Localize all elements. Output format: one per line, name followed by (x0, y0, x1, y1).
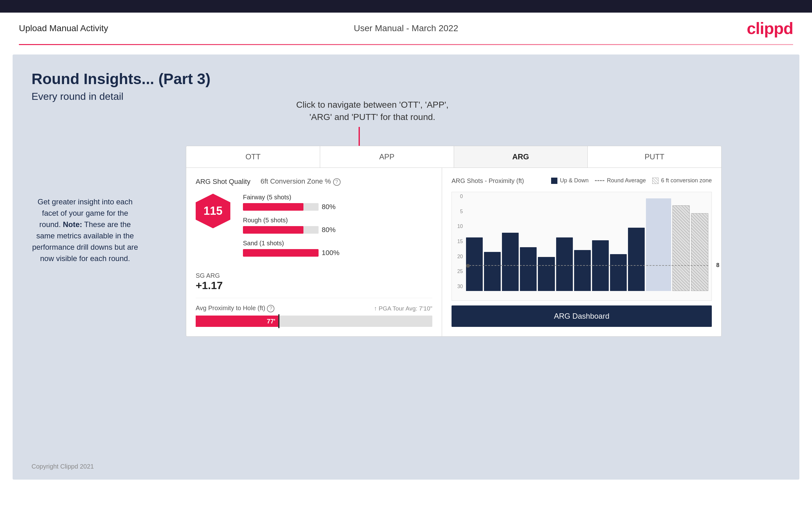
tab-app[interactable]: APP (320, 146, 454, 168)
right-panel-top: ARG Shots - Proximity (ft) Up & Down Rou… (452, 177, 712, 189)
legend-hatch-icon (652, 178, 659, 184)
bar-pct-fairway: 80% (322, 203, 336, 211)
shot-label-rough: Rough (5 shots) (243, 217, 432, 224)
sg-section: SG ARG +1.17 (196, 272, 432, 292)
y-label-30: 30 (452, 284, 463, 289)
pga-avg-label: ↑ PGA Tour Avg: 7'10" (374, 305, 432, 312)
chart-bar-10 (628, 228, 645, 291)
y-label-0: 0 (452, 194, 463, 199)
proximity-label: Avg Proximity to Hole (ft) (196, 304, 265, 312)
proximity-bar-fill: 77' (196, 316, 278, 327)
arg-dashboard-button[interactable]: ARG Dashboard (452, 305, 712, 327)
left-panel: ARG Shot Quality 6ft Conversion Zone % ?… (186, 168, 442, 336)
y-label-5: 5 (452, 209, 463, 215)
chart-y-axis: 30 25 20 15 10 5 0 (452, 192, 464, 291)
conversion-zone-label: 6ft Conversion Zone % ? (261, 177, 341, 186)
chart-area: 30 25 20 15 10 5 0 8 (452, 192, 712, 301)
sg-label: SG ARG (196, 272, 432, 279)
sidebar-text: Get greater insight into each facet of y… (32, 196, 139, 264)
legend-sq-icon (551, 178, 557, 184)
sg-value: +1.17 (196, 279, 432, 292)
dashed-line-value: 8 (716, 262, 719, 269)
chart-bar-9 (610, 254, 627, 291)
tab-putt[interactable]: PUTT (588, 146, 721, 168)
proximity-cursor (278, 314, 280, 328)
chart-bar-7 (574, 250, 591, 291)
chart-legend: Up & Down Round Average 6 ft conversion … (551, 177, 712, 184)
chart-bar-4 (520, 247, 537, 291)
proximity-section: Avg Proximity to Hole (ft) ? ↑ PGA Tour … (196, 298, 432, 327)
y-label-25: 25 (452, 269, 463, 274)
shot-quality-label: ARG Shot Quality (196, 178, 251, 186)
header-divider (19, 44, 793, 45)
shot-row-sand: Sand (1 shots) 100% (243, 240, 432, 257)
page-title: Round Insights... (Part 3) (32, 70, 780, 88)
bar-pct-rough: 80% (322, 226, 336, 234)
chart-bar-hatch-1 (672, 205, 690, 291)
legend-round-avg: Round Average (595, 177, 646, 184)
chart-bar-tall (646, 199, 671, 291)
shot-row-rough: Rough (5 shots) 80% (243, 217, 432, 234)
legend-up-down: Up & Down (551, 177, 589, 184)
chart-title: ARG Shots - Proximity (ft) (452, 177, 524, 184)
chart-bar-6 (556, 237, 573, 291)
proximity-header: Avg Proximity to Hole (ft) ? ↑ PGA Tour … (196, 304, 432, 313)
y-label-15: 15 (452, 239, 463, 244)
header: Upload Manual Activity User Manual - Mar… (0, 13, 812, 44)
bar-pct-sand: 100% (322, 249, 339, 257)
chart-bar-3 (502, 233, 519, 291)
shot-label-sand: Sand (1 shots) (243, 240, 432, 247)
help-icon[interactable]: ? (333, 178, 341, 186)
hexagon-container: 115 Fairway (5 shots) 80% (196, 194, 432, 263)
shot-label-fairway: Fairway (5 shots) (243, 194, 432, 201)
proximity-help-icon[interactable]: ? (267, 305, 274, 313)
legend-up-down-label: Up & Down (560, 177, 589, 184)
tab-ott[interactable]: OTT (186, 146, 320, 168)
top-bar (0, 0, 812, 13)
chart-bars (466, 194, 708, 291)
bar-fill-rough (243, 226, 303, 234)
panel-header-left: ARG Shot Quality 6ft Conversion Zone % ? (196, 177, 432, 186)
dashboard-widget: OTT APP ARG PUTT ARG Shot Quality 6ft Co… (186, 146, 721, 337)
document-title: User Manual - March 2022 (354, 23, 458, 34)
dashed-line: 8 (466, 265, 708, 266)
legend-conversion-label: 6 ft conversion zone (661, 177, 712, 184)
dashed-dot (466, 264, 470, 268)
chart-bar-5 (538, 257, 555, 291)
bar-track-fairway (243, 203, 318, 211)
bar-track-sand (243, 249, 318, 257)
y-label-20: 20 (452, 254, 463, 260)
shot-bars: Fairway (5 shots) 80% Rough (5 shots) (243, 194, 432, 263)
legend-conversion: 6 ft conversion zone (652, 177, 712, 184)
proximity-bar-track: 77' (196, 316, 432, 327)
proximity-value: 77' (267, 318, 275, 325)
y-label-10: 10 (452, 224, 463, 229)
footer-text: Copyright Clippd 2021 (32, 463, 94, 470)
legend-dashed-icon (595, 180, 604, 181)
bar-fill-fairway (243, 203, 303, 211)
chart-bar-hatch-2 (691, 213, 708, 291)
upload-title: Upload Manual Activity (19, 23, 108, 34)
shot-row-fairway: Fairway (5 shots) 80% (243, 194, 432, 211)
logo: clippd (747, 19, 793, 38)
right-panel: ARG Shots - Proximity (ft) Up & Down Rou… (442, 168, 721, 336)
chart-plot: 8 (466, 194, 708, 291)
sidebar-note: Note: (63, 220, 82, 229)
bar-fill-sand (243, 249, 318, 257)
widget-body: ARG Shot Quality 6ft Conversion Zone % ?… (186, 168, 721, 336)
legend-round-avg-label: Round Average (607, 177, 646, 184)
tabs-container: OTT APP ARG PUTT (186, 146, 721, 168)
hexagon-score: 115 (196, 194, 230, 228)
bar-track-rough (243, 226, 318, 234)
main-content: Round Insights... (Part 3) Every round i… (13, 54, 799, 480)
tab-arg[interactable]: ARG (454, 146, 588, 168)
chart-bar-2 (484, 252, 501, 291)
annotation-text: Click to navigate between 'OTT', 'APP','… (296, 99, 449, 123)
